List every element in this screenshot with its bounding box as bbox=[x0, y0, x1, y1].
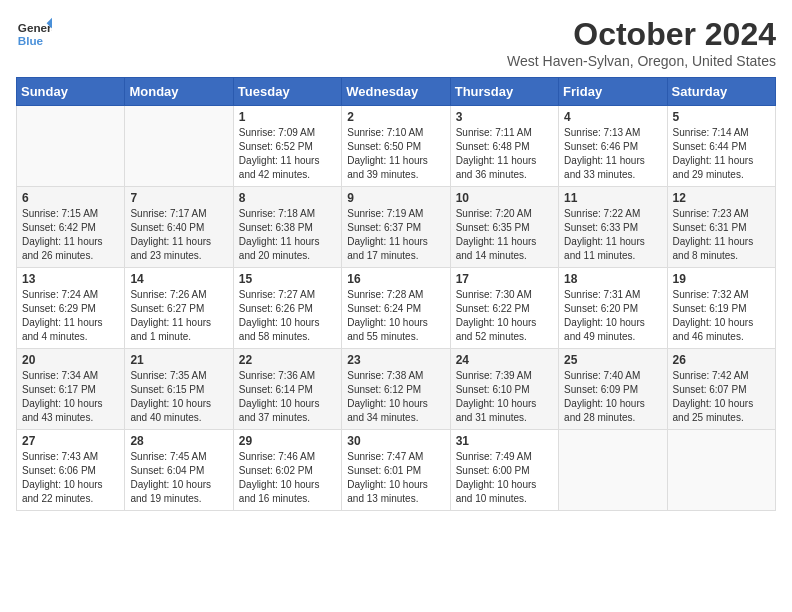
day-number: 12 bbox=[673, 191, 770, 205]
day-info: Sunrise: 7:46 AM Sunset: 6:02 PM Dayligh… bbox=[239, 450, 336, 506]
day-info: Sunrise: 7:42 AM Sunset: 6:07 PM Dayligh… bbox=[673, 369, 770, 425]
calendar-cell: 23Sunrise: 7:38 AM Sunset: 6:12 PM Dayli… bbox=[342, 349, 450, 430]
day-info: Sunrise: 7:22 AM Sunset: 6:33 PM Dayligh… bbox=[564, 207, 661, 263]
page-subtitle: West Haven-Sylvan, Oregon, United States bbox=[507, 53, 776, 69]
day-number: 22 bbox=[239, 353, 336, 367]
calendar-cell: 24Sunrise: 7:39 AM Sunset: 6:10 PM Dayli… bbox=[450, 349, 558, 430]
calendar-cell: 30Sunrise: 7:47 AM Sunset: 6:01 PM Dayli… bbox=[342, 430, 450, 511]
day-number: 21 bbox=[130, 353, 227, 367]
day-number: 30 bbox=[347, 434, 444, 448]
day-info: Sunrise: 7:09 AM Sunset: 6:52 PM Dayligh… bbox=[239, 126, 336, 182]
weekday-header: Friday bbox=[559, 78, 667, 106]
logo-icon: General Blue bbox=[16, 16, 52, 52]
day-number: 29 bbox=[239, 434, 336, 448]
day-info: Sunrise: 7:38 AM Sunset: 6:12 PM Dayligh… bbox=[347, 369, 444, 425]
calendar-cell: 15Sunrise: 7:27 AM Sunset: 6:26 PM Dayli… bbox=[233, 268, 341, 349]
logo: General Blue bbox=[16, 16, 52, 52]
calendar-cell: 16Sunrise: 7:28 AM Sunset: 6:24 PM Dayli… bbox=[342, 268, 450, 349]
day-number: 24 bbox=[456, 353, 553, 367]
calendar-cell: 5Sunrise: 7:14 AM Sunset: 6:44 PM Daylig… bbox=[667, 106, 775, 187]
calendar-cell bbox=[667, 430, 775, 511]
calendar-cell: 17Sunrise: 7:30 AM Sunset: 6:22 PM Dayli… bbox=[450, 268, 558, 349]
day-info: Sunrise: 7:36 AM Sunset: 6:14 PM Dayligh… bbox=[239, 369, 336, 425]
calendar-table: SundayMondayTuesdayWednesdayThursdayFrid… bbox=[16, 77, 776, 511]
day-number: 26 bbox=[673, 353, 770, 367]
day-number: 28 bbox=[130, 434, 227, 448]
day-number: 10 bbox=[456, 191, 553, 205]
calendar-cell: 22Sunrise: 7:36 AM Sunset: 6:14 PM Dayli… bbox=[233, 349, 341, 430]
day-number: 8 bbox=[239, 191, 336, 205]
day-number: 15 bbox=[239, 272, 336, 286]
day-info: Sunrise: 7:31 AM Sunset: 6:20 PM Dayligh… bbox=[564, 288, 661, 344]
calendar-cell: 4Sunrise: 7:13 AM Sunset: 6:46 PM Daylig… bbox=[559, 106, 667, 187]
day-info: Sunrise: 7:15 AM Sunset: 6:42 PM Dayligh… bbox=[22, 207, 119, 263]
day-info: Sunrise: 7:35 AM Sunset: 6:15 PM Dayligh… bbox=[130, 369, 227, 425]
calendar-cell bbox=[17, 106, 125, 187]
calendar-cell: 31Sunrise: 7:49 AM Sunset: 6:00 PM Dayli… bbox=[450, 430, 558, 511]
day-number: 7 bbox=[130, 191, 227, 205]
day-number: 2 bbox=[347, 110, 444, 124]
day-info: Sunrise: 7:19 AM Sunset: 6:37 PM Dayligh… bbox=[347, 207, 444, 263]
day-number: 16 bbox=[347, 272, 444, 286]
day-info: Sunrise: 7:18 AM Sunset: 6:38 PM Dayligh… bbox=[239, 207, 336, 263]
day-number: 23 bbox=[347, 353, 444, 367]
calendar-cell: 12Sunrise: 7:23 AM Sunset: 6:31 PM Dayli… bbox=[667, 187, 775, 268]
day-info: Sunrise: 7:45 AM Sunset: 6:04 PM Dayligh… bbox=[130, 450, 227, 506]
day-info: Sunrise: 7:26 AM Sunset: 6:27 PM Dayligh… bbox=[130, 288, 227, 344]
day-info: Sunrise: 7:10 AM Sunset: 6:50 PM Dayligh… bbox=[347, 126, 444, 182]
calendar-cell: 25Sunrise: 7:40 AM Sunset: 6:09 PM Dayli… bbox=[559, 349, 667, 430]
day-number: 9 bbox=[347, 191, 444, 205]
weekday-header: Sunday bbox=[17, 78, 125, 106]
weekday-header: Tuesday bbox=[233, 78, 341, 106]
calendar-cell: 2Sunrise: 7:10 AM Sunset: 6:50 PM Daylig… bbox=[342, 106, 450, 187]
calendar-cell: 8Sunrise: 7:18 AM Sunset: 6:38 PM Daylig… bbox=[233, 187, 341, 268]
calendar-week-row: 13Sunrise: 7:24 AM Sunset: 6:29 PM Dayli… bbox=[17, 268, 776, 349]
svg-text:Blue: Blue bbox=[18, 34, 44, 47]
calendar-cell: 3Sunrise: 7:11 AM Sunset: 6:48 PM Daylig… bbox=[450, 106, 558, 187]
day-number: 14 bbox=[130, 272, 227, 286]
calendar-cell: 20Sunrise: 7:34 AM Sunset: 6:17 PM Dayli… bbox=[17, 349, 125, 430]
weekday-header: Monday bbox=[125, 78, 233, 106]
day-number: 4 bbox=[564, 110, 661, 124]
day-info: Sunrise: 7:17 AM Sunset: 6:40 PM Dayligh… bbox=[130, 207, 227, 263]
weekday-header: Thursday bbox=[450, 78, 558, 106]
day-number: 19 bbox=[673, 272, 770, 286]
calendar-cell: 28Sunrise: 7:45 AM Sunset: 6:04 PM Dayli… bbox=[125, 430, 233, 511]
day-number: 3 bbox=[456, 110, 553, 124]
calendar-cell: 7Sunrise: 7:17 AM Sunset: 6:40 PM Daylig… bbox=[125, 187, 233, 268]
page-title: October 2024 bbox=[507, 16, 776, 53]
calendar-week-row: 6Sunrise: 7:15 AM Sunset: 6:42 PM Daylig… bbox=[17, 187, 776, 268]
day-number: 27 bbox=[22, 434, 119, 448]
day-info: Sunrise: 7:24 AM Sunset: 6:29 PM Dayligh… bbox=[22, 288, 119, 344]
calendar-cell bbox=[125, 106, 233, 187]
day-info: Sunrise: 7:23 AM Sunset: 6:31 PM Dayligh… bbox=[673, 207, 770, 263]
day-number: 31 bbox=[456, 434, 553, 448]
day-info: Sunrise: 7:49 AM Sunset: 6:00 PM Dayligh… bbox=[456, 450, 553, 506]
day-info: Sunrise: 7:47 AM Sunset: 6:01 PM Dayligh… bbox=[347, 450, 444, 506]
day-info: Sunrise: 7:20 AM Sunset: 6:35 PM Dayligh… bbox=[456, 207, 553, 263]
day-info: Sunrise: 7:39 AM Sunset: 6:10 PM Dayligh… bbox=[456, 369, 553, 425]
day-number: 20 bbox=[22, 353, 119, 367]
calendar-cell: 14Sunrise: 7:26 AM Sunset: 6:27 PM Dayli… bbox=[125, 268, 233, 349]
day-info: Sunrise: 7:28 AM Sunset: 6:24 PM Dayligh… bbox=[347, 288, 444, 344]
day-number: 11 bbox=[564, 191, 661, 205]
weekday-header-row: SundayMondayTuesdayWednesdayThursdayFrid… bbox=[17, 78, 776, 106]
day-info: Sunrise: 7:14 AM Sunset: 6:44 PM Dayligh… bbox=[673, 126, 770, 182]
calendar-cell: 1Sunrise: 7:09 AM Sunset: 6:52 PM Daylig… bbox=[233, 106, 341, 187]
day-info: Sunrise: 7:43 AM Sunset: 6:06 PM Dayligh… bbox=[22, 450, 119, 506]
day-info: Sunrise: 7:27 AM Sunset: 6:26 PM Dayligh… bbox=[239, 288, 336, 344]
calendar-week-row: 20Sunrise: 7:34 AM Sunset: 6:17 PM Dayli… bbox=[17, 349, 776, 430]
calendar-cell: 6Sunrise: 7:15 AM Sunset: 6:42 PM Daylig… bbox=[17, 187, 125, 268]
day-info: Sunrise: 7:40 AM Sunset: 6:09 PM Dayligh… bbox=[564, 369, 661, 425]
day-number: 17 bbox=[456, 272, 553, 286]
day-info: Sunrise: 7:13 AM Sunset: 6:46 PM Dayligh… bbox=[564, 126, 661, 182]
calendar-cell: 11Sunrise: 7:22 AM Sunset: 6:33 PM Dayli… bbox=[559, 187, 667, 268]
calendar-cell: 18Sunrise: 7:31 AM Sunset: 6:20 PM Dayli… bbox=[559, 268, 667, 349]
calendar-week-row: 1Sunrise: 7:09 AM Sunset: 6:52 PM Daylig… bbox=[17, 106, 776, 187]
calendar-cell: 21Sunrise: 7:35 AM Sunset: 6:15 PM Dayli… bbox=[125, 349, 233, 430]
day-info: Sunrise: 7:30 AM Sunset: 6:22 PM Dayligh… bbox=[456, 288, 553, 344]
calendar-cell: 9Sunrise: 7:19 AM Sunset: 6:37 PM Daylig… bbox=[342, 187, 450, 268]
calendar-cell bbox=[559, 430, 667, 511]
title-block: October 2024 West Haven-Sylvan, Oregon, … bbox=[507, 16, 776, 69]
calendar-cell: 27Sunrise: 7:43 AM Sunset: 6:06 PM Dayli… bbox=[17, 430, 125, 511]
